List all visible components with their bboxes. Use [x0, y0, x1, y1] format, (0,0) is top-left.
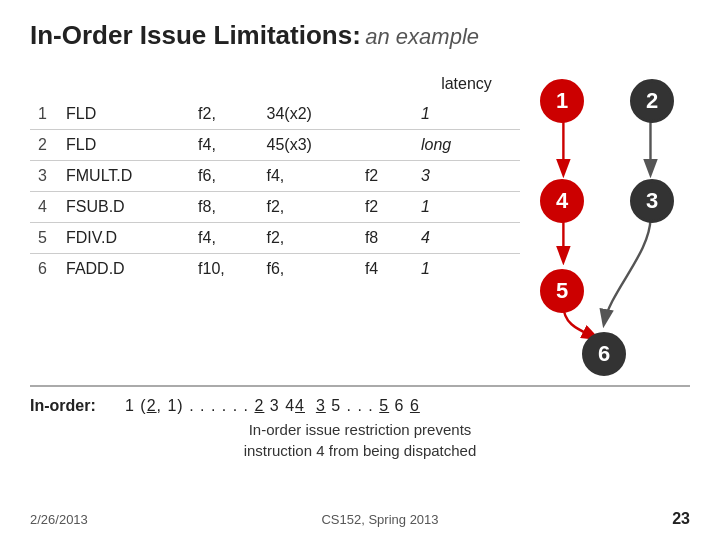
table-row: 3FMULT.Df6,f4,f23 [30, 161, 520, 192]
node-2: 2 [630, 79, 674, 123]
main-container: In-Order Issue Limitations: an example l… [0, 0, 720, 540]
cell-0: 1 [30, 99, 58, 130]
graph-area: 1 2 4 3 5 6 [520, 69, 690, 369]
cell-3: f2, [259, 192, 357, 223]
cell-0: 2 [30, 130, 58, 161]
table-area: latency 1FLDf2,34(x2)12FLDf4,45(x3)long3… [30, 69, 520, 369]
cell-4: f8 [357, 223, 413, 254]
footer-course: CS152, Spring 2013 [321, 512, 438, 527]
cell-1: FMULT.D [58, 161, 190, 192]
cell-0: 4 [30, 192, 58, 223]
instruction-table: latency 1FLDf2,34(x2)12FLDf4,45(x3)long3… [30, 69, 520, 284]
page-title-sub: an example [365, 24, 479, 49]
table-row: 6FADD.Df10,f6,f41 [30, 254, 520, 285]
inorder-label: In-order: [30, 397, 115, 415]
node-1: 1 [540, 79, 584, 123]
cell-4: f2 [357, 192, 413, 223]
cell-2: f6, [190, 161, 258, 192]
cell-5: 1 [413, 254, 520, 285]
page-title-main: In-Order Issue Limitations: [30, 20, 361, 50]
node-5: 5 [540, 269, 584, 313]
cell-2: f4, [190, 223, 258, 254]
cell-3: 45(x3) [259, 130, 357, 161]
node-3: 3 [630, 179, 674, 223]
cell-0: 3 [30, 161, 58, 192]
cell-5: 4 [413, 223, 520, 254]
cell-2: f2, [190, 99, 258, 130]
cell-4 [357, 130, 413, 161]
cell-1: FSUB.D [58, 192, 190, 223]
node-4: 4 [540, 179, 584, 223]
node-6: 6 [582, 332, 626, 376]
cell-1: FLD [58, 130, 190, 161]
inorder-sequence: 1 (2, 1) . . . . . . 2 3 44 3 5 . . . 5 … [125, 397, 420, 415]
cell-2: f10, [190, 254, 258, 285]
cell-3: f6, [259, 254, 357, 285]
latency-header: latency [413, 69, 520, 99]
table-row: 2FLDf4,45(x3)long [30, 130, 520, 161]
restriction-line1: In-order issue restriction prevents [30, 421, 690, 438]
restriction-line2: instruction 4 from being dispatched [30, 442, 690, 459]
cell-5: 3 [413, 161, 520, 192]
cell-4: f2 [357, 161, 413, 192]
inorder-row: In-order: 1 (2, 1) . . . . . . 2 3 44 3 … [30, 397, 690, 415]
cell-2: f4, [190, 130, 258, 161]
cell-3: f4, [259, 161, 357, 192]
cell-4 [357, 99, 413, 130]
bottom-section: In-order: 1 (2, 1) . . . . . . 2 3 44 3 … [30, 385, 690, 459]
footer-date: 2/26/2013 [30, 512, 88, 527]
cell-3: f2, [259, 223, 357, 254]
cell-1: FLD [58, 99, 190, 130]
cell-5: long [413, 130, 520, 161]
footer-page: 23 [672, 510, 690, 528]
cell-5: 1 [413, 99, 520, 130]
table-row: 5FDIV.Df4,f2,f84 [30, 223, 520, 254]
title-area: In-Order Issue Limitations: an example [30, 20, 690, 51]
cell-5: 1 [413, 192, 520, 223]
cell-1: FDIV.D [58, 223, 190, 254]
cell-4: f4 [357, 254, 413, 285]
cell-2: f8, [190, 192, 258, 223]
table-row: 1FLDf2,34(x2)1 [30, 99, 520, 130]
cell-0: 6 [30, 254, 58, 285]
cell-3: 34(x2) [259, 99, 357, 130]
footer: 2/26/2013 CS152, Spring 2013 23 [30, 510, 690, 528]
cell-0: 5 [30, 223, 58, 254]
table-row: 4FSUB.Df8,f2,f21 [30, 192, 520, 223]
cell-1: FADD.D [58, 254, 190, 285]
content-area: latency 1FLDf2,34(x2)12FLDf4,45(x3)long3… [30, 69, 690, 369]
